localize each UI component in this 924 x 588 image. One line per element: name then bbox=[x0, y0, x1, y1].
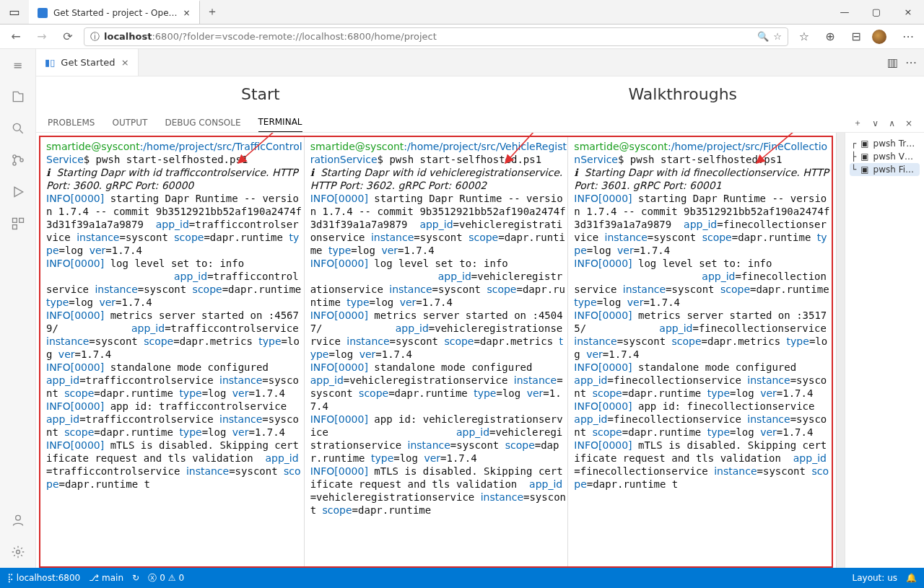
favorites-button[interactable]: ☆ bbox=[794, 30, 814, 43]
status-layout[interactable]: Layout: us bbox=[852, 573, 897, 583]
heading-start: Start bbox=[58, 85, 463, 103]
extensions-button[interactable]: ⊟ bbox=[846, 30, 866, 43]
svg-point-0 bbox=[13, 123, 20, 131]
source-control-icon[interactable] bbox=[8, 150, 28, 170]
collections-button[interactable]: ⊕ bbox=[820, 30, 840, 43]
favicon-icon bbox=[38, 8, 48, 18]
window-maximize-icon[interactable]: ▢ bbox=[860, 0, 892, 24]
svg-point-3 bbox=[19, 159, 22, 162]
editor-tab-close-icon[interactable]: × bbox=[121, 57, 129, 68]
svg-point-2 bbox=[12, 162, 15, 165]
profile-avatar[interactable] bbox=[872, 30, 892, 44]
svg-point-8 bbox=[16, 550, 19, 554]
browser-toolbar: ← → ⟳ ⓘ localhost:6800/?folder=vscode-re… bbox=[0, 25, 924, 49]
book-icon: ▮▯ bbox=[45, 57, 55, 68]
forward-button[interactable]: → bbox=[32, 30, 52, 43]
zoom-icon[interactable]: 🔍 bbox=[757, 31, 769, 42]
menu-icon[interactable]: ≡ bbox=[8, 55, 28, 75]
editor-tab-get-started[interactable]: ▮▯ Get Started × bbox=[36, 49, 139, 76]
terminal-close-icon[interactable]: × bbox=[905, 118, 912, 128]
status-problems[interactable]: ⓧ 0 ⚠ 0 bbox=[148, 572, 184, 584]
tabs-overview-icon[interactable]: ▭ bbox=[4, 3, 25, 22]
terminal-list-item[interactable]: └ ▣ pwsh Fi… bbox=[850, 163, 920, 176]
browser-tab-title: Get Started - project - Ope… bbox=[53, 8, 178, 18]
browser-tab[interactable]: Get Started - project - Ope… × bbox=[29, 0, 200, 24]
status-branch[interactable]: ⎇ main bbox=[89, 573, 123, 583]
address-bar[interactable]: ⓘ localhost:6800/?folder=vscode-remote:/… bbox=[84, 27, 788, 46]
panel-tab-output[interactable]: OUTPUT bbox=[113, 118, 148, 132]
panel-tabs: PROBLEMS OUTPUT DEBUG CONSOLE TERMINAL ＋… bbox=[36, 111, 924, 133]
settings-gear-icon[interactable] bbox=[8, 542, 28, 562]
back-button[interactable]: ← bbox=[6, 30, 26, 43]
panel-scrollbar[interactable] bbox=[836, 133, 845, 568]
close-tab-icon[interactable]: × bbox=[183, 8, 191, 18]
editor-tabbar: ▮▯ Get Started × ▥ ⋯ bbox=[36, 49, 924, 76]
run-debug-icon[interactable] bbox=[8, 182, 28, 202]
status-remote[interactable]: ⡯ localhost:6800 bbox=[7, 573, 80, 583]
editor-more-icon[interactable]: ⋯ bbox=[905, 56, 917, 69]
terminal-dropdown-icon[interactable]: ∨ bbox=[872, 118, 879, 128]
svg-point-7 bbox=[15, 515, 20, 520]
new-terminal-button[interactable]: ＋ bbox=[853, 117, 862, 129]
status-bar: ⡯ localhost:6800 ⎇ main ↻ ⓧ 0 ⚠ 0 Layout… bbox=[0, 568, 924, 588]
explorer-icon[interactable] bbox=[8, 87, 28, 107]
url-host: localhost bbox=[104, 31, 152, 42]
terminal-pane-1[interactable]: smartide@syscont:/home/project/src/Traff… bbox=[40, 137, 305, 566]
terminal-list-item[interactable]: ├ ▣ pwsh V… bbox=[850, 150, 920, 163]
terminal-pane-3[interactable]: smartide@syscont:/home/project/src/FineC… bbox=[568, 137, 832, 566]
browser-menu-button[interactable]: ⋯ bbox=[898, 30, 918, 43]
heading-walkthroughs: Walkthroughs bbox=[463, 85, 902, 103]
status-bell-icon[interactable]: 🔔 bbox=[906, 573, 917, 583]
terminal-list: ┌ ▣ pwsh Tr… ├ ▣ pwsh V… └ ▣ pwsh Fi… bbox=[845, 133, 924, 568]
panel-tab-problems[interactable]: PROBLEMS bbox=[48, 118, 95, 132]
window-close-icon[interactable]: × bbox=[892, 0, 924, 24]
browser-titlebar: ▭ Get Started - project - Ope… × ＋ — ▢ × bbox=[0, 0, 924, 25]
activity-bar: ≡ bbox=[0, 49, 36, 568]
svg-rect-6 bbox=[12, 225, 17, 229]
terminal-list-item[interactable]: ┌ ▣ pwsh Tr… bbox=[850, 137, 920, 150]
site-info-icon[interactable]: ⓘ bbox=[90, 30, 100, 43]
new-tab-button[interactable]: ＋ bbox=[200, 0, 225, 24]
status-sync-icon[interactable]: ↻ bbox=[132, 573, 139, 583]
accounts-icon[interactable] bbox=[8, 510, 28, 530]
svg-rect-5 bbox=[19, 219, 23, 223]
refresh-button[interactable]: ⟳ bbox=[58, 30, 78, 43]
panel-tab-terminal[interactable]: TERMINAL bbox=[258, 117, 302, 132]
terminal-maximize-icon[interactable]: ∧ bbox=[889, 118, 895, 128]
get-started-headings: Start Walkthroughs bbox=[36, 76, 924, 111]
favorite-icon[interactable]: ☆ bbox=[773, 31, 782, 42]
svg-rect-4 bbox=[12, 219, 17, 223]
editor-split-icon[interactable]: ▥ bbox=[887, 56, 898, 69]
editor-tab-label: Get Started bbox=[61, 57, 115, 68]
terminal-pane-2[interactable]: smartide@syscont:/home/project/src/Vehic… bbox=[305, 137, 569, 566]
search-icon[interactable] bbox=[8, 118, 28, 139]
url-path: :6800/?folder=vscode-remote://localhost:… bbox=[152, 31, 436, 42]
extensions-icon[interactable] bbox=[8, 214, 28, 234]
panel-tab-debug-console[interactable]: DEBUG CONSOLE bbox=[165, 118, 240, 132]
window-minimize-icon[interactable]: — bbox=[829, 0, 860, 24]
svg-point-1 bbox=[12, 155, 15, 158]
